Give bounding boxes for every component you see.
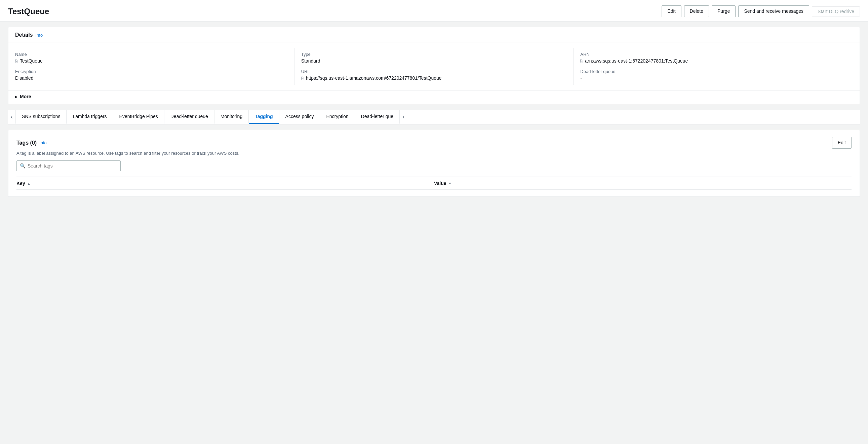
tags-table: Key ▲ Value ▼ [17, 177, 851, 190]
encryption-value: Disabled [15, 75, 287, 81]
url-group: URL ⎘ https://sqs.us-east-1.amazonaws.co… [301, 69, 567, 81]
search-container: 🔍 [17, 160, 121, 171]
more-arrow-icon: ▶ [15, 95, 18, 98]
tab-dlq2[interactable]: Dead-letter que [355, 110, 400, 124]
value-col-label: Value [434, 181, 446, 186]
key-column-header[interactable]: Key ▲ [17, 181, 434, 186]
copy-icon-name[interactable]: ⎘ [15, 59, 18, 64]
copy-icon-arn[interactable]: ⎘ [580, 59, 583, 64]
tab-lambda[interactable]: Lambda triggers [67, 110, 113, 124]
copy-icon-url[interactable]: ⎘ [301, 76, 304, 81]
details-col-1: Name ⎘ TestQueue Encryption Disabled [15, 48, 294, 85]
tags-edit-button[interactable]: Edit [832, 137, 851, 149]
details-card-header: Details Info [8, 27, 860, 42]
tags-title-area: Tags (0) Info [17, 140, 47, 146]
url-label: URL [301, 69, 567, 74]
tab-eventbridge[interactable]: EventBridge Pipes [113, 110, 164, 124]
dlq-group: Dead-letter queue - [580, 69, 853, 81]
encryption-label: Encryption [15, 69, 287, 74]
key-col-label: Key [17, 181, 25, 186]
tab-nav-left[interactable]: ‹ [8, 110, 16, 124]
tab-nav-right[interactable]: › [400, 110, 407, 124]
arn-value: ⎘ arn:aws:sqs:us-east-1:672202477801:Tes… [580, 58, 853, 64]
tab-tagging[interactable]: Tagging [249, 110, 279, 124]
tab-encryption[interactable]: Encryption [320, 110, 355, 124]
name-label: Name [15, 52, 287, 57]
details-section-title: Details [15, 32, 33, 38]
more-label: More [20, 94, 31, 99]
tabs-bar: ‹ SNS subscriptions Lambda triggers Even… [8, 110, 860, 124]
value-sort-icon: ▼ [448, 182, 452, 185]
tab-sns[interactable]: SNS subscriptions [16, 110, 67, 124]
tags-description: A tag is a label assigned to an AWS reso… [17, 151, 851, 156]
details-grid: Name ⎘ TestQueue Encryption Disabled Typ… [8, 42, 860, 90]
name-value: ⎘ TestQueue [15, 58, 287, 64]
value-column-header[interactable]: Value ▼ [434, 181, 851, 186]
search-input[interactable] [17, 160, 121, 171]
edit-button[interactable]: Edit [661, 5, 681, 17]
start-dlq-button: Start DLQ redrive [812, 6, 860, 17]
details-info-link[interactable]: Info [35, 33, 43, 38]
tags-title: Tags (0) [17, 140, 37, 146]
arn-label: ARN [580, 52, 853, 57]
page-title: TestQueue [8, 7, 49, 16]
details-col-3: ARN ⎘ arn:aws:sqs:us-east-1:672202477801… [574, 48, 853, 85]
dlq-value: - [580, 75, 853, 81]
purge-button[interactable]: Purge [712, 5, 736, 17]
type-value: Standard [301, 58, 567, 64]
page-header: TestQueue Edit Delete Purge Send and rec… [0, 0, 868, 22]
url-text: https://sqs.us-east-1.amazonaws.com/6722… [306, 75, 442, 81]
encryption-group: Encryption Disabled [15, 69, 287, 81]
tab-dlq[interactable]: Dead-letter queue [164, 110, 215, 124]
arn-text: arn:aws:sqs:us-east-1:672202477801:TestQ… [585, 58, 688, 64]
key-sort-icon: ▲ [27, 182, 31, 185]
tab-access[interactable]: Access policy [279, 110, 320, 124]
header-actions: Edit Delete Purge Send and receive messa… [661, 5, 860, 17]
delete-button[interactable]: Delete [684, 5, 709, 17]
url-value: ⎘ https://sqs.us-east-1.amazonaws.com/67… [301, 75, 567, 81]
tags-card: Tags (0) Info Edit A tag is a label assi… [8, 130, 860, 197]
details-col-2: Type Standard URL ⎘ https://sqs.us-east-… [294, 48, 574, 85]
send-receive-button[interactable]: Send and receive messages [738, 5, 809, 17]
type-label: Type [301, 52, 567, 57]
table-header-row: Key ▲ Value ▼ [17, 177, 851, 190]
tags-header: Tags (0) Info Edit [17, 137, 851, 149]
more-section[interactable]: ▶ More [8, 90, 860, 104]
tags-info-link[interactable]: Info [39, 140, 47, 145]
tab-monitoring[interactable]: Monitoring [215, 110, 249, 124]
name-text: TestQueue [20, 58, 43, 64]
details-card: Details Info Name ⎘ TestQueue Encryption… [8, 27, 860, 104]
dlq-label: Dead-letter queue [580, 69, 853, 74]
